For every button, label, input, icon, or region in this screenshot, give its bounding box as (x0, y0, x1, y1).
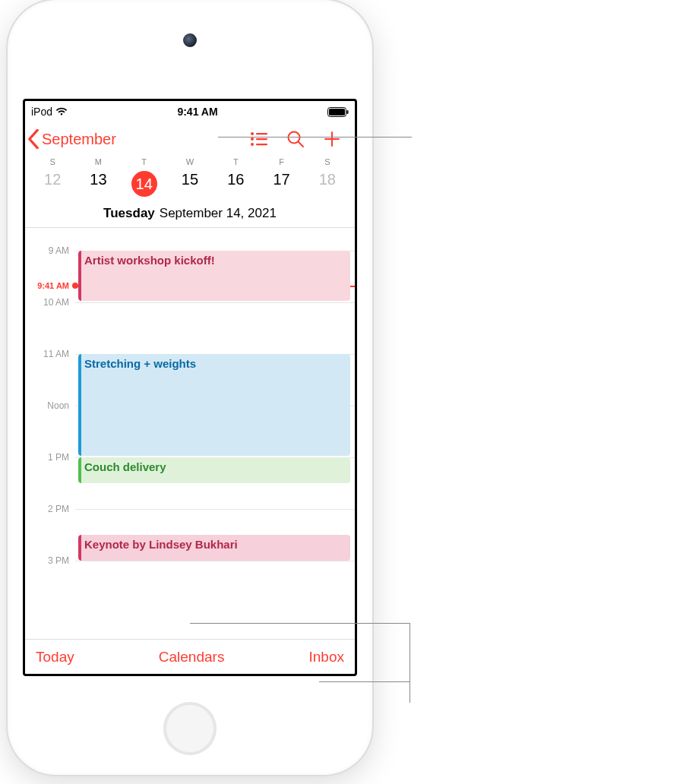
week-day[interactable]: 17 (258, 168, 304, 200)
wifi-icon (55, 107, 68, 116)
week-days: 12131415161718 (25, 166, 355, 204)
week-letter: T (213, 157, 258, 166)
date-label: TuesdaySeptember 14, 2021 (25, 204, 355, 228)
hour-label: Noon (25, 400, 69, 411)
calendar-event[interactable]: Stretching + weights (78, 354, 350, 456)
today-button[interactable]: Today (36, 649, 74, 665)
status-time: 9:41 AM (177, 106, 217, 118)
nav-bar: September (25, 122, 355, 156)
week-day[interactable]: 16 (213, 168, 258, 200)
back-label: September (42, 131, 116, 148)
svg-point-5 (251, 138, 254, 141)
week-letter: S (30, 157, 75, 166)
calendar-event[interactable]: Keynote by Lindsey Bukhari (78, 535, 350, 561)
calendar-event[interactable]: Artist workshop kickoff! (78, 251, 350, 301)
now-label: 9:41 AM (25, 281, 69, 290)
battery-icon (327, 107, 349, 117)
inbox-button[interactable]: Inbox (309, 649, 344, 665)
svg-rect-4 (256, 133, 267, 134)
hour-label: 11 AM (25, 349, 69, 359)
back-button[interactable]: September (27, 129, 116, 149)
screen: iPod 9:41 AM September (23, 99, 357, 676)
week-day[interactable]: 12 (30, 168, 75, 200)
week-day[interactable]: 13 (75, 168, 121, 200)
event-title: Keynote by Lindsey Bukhari (84, 538, 238, 551)
day-timeline[interactable]: 9 AM10 AM11 AMNoon1 PM2 PM3 PM9:41 AMArt… (25, 228, 355, 639)
date-full: September 14, 2021 (160, 206, 277, 220)
home-button[interactable] (163, 702, 217, 755)
device-frame: iPod 9:41 AM September (8, 0, 372, 775)
add-event-button[interactable] (314, 122, 350, 156)
svg-rect-1 (329, 109, 345, 115)
hour-label: 9 AM (25, 245, 69, 256)
week-day[interactable]: 18 (305, 168, 350, 200)
svg-point-9 (289, 132, 300, 144)
week-letter: T (122, 157, 167, 166)
week-day[interactable]: 15 (167, 168, 213, 200)
view-list-button[interactable] (241, 122, 277, 156)
svg-rect-8 (256, 144, 267, 145)
week-day[interactable]: 14 (122, 168, 167, 200)
week-letter: S (305, 157, 350, 166)
search-icon (286, 130, 305, 148)
hour-label: 3 PM (25, 555, 69, 566)
event-title: Stretching + weights (84, 357, 196, 370)
svg-point-3 (251, 132, 254, 135)
event-title: Artist workshop kickoff! (84, 254, 215, 267)
svg-rect-2 (346, 110, 348, 114)
week-letter: W (167, 157, 213, 166)
svg-line-10 (299, 142, 303, 147)
hour-line (75, 302, 355, 303)
search-button[interactable] (277, 122, 314, 156)
device-camera (183, 33, 197, 47)
svg-point-7 (251, 143, 254, 146)
hour-label: 1 PM (25, 452, 69, 463)
status-carrier: iPod (31, 106, 52, 118)
week-letter: M (75, 157, 121, 166)
chevron-left-icon (27, 129, 40, 149)
hour-line (75, 509, 355, 510)
plus-icon (323, 130, 341, 148)
status-bar: iPod 9:41 AM (25, 101, 355, 122)
list-icon (250, 131, 268, 147)
event-title: Couch delivery (84, 460, 166, 473)
calendar-event[interactable]: Couch delivery (78, 457, 350, 483)
week-letters: SMTWTFS (25, 156, 355, 166)
svg-rect-6 (256, 138, 267, 140)
hour-line (75, 561, 355, 561)
calendars-button[interactable]: Calendars (159, 649, 225, 665)
bottom-toolbar: Today Calendars Inbox (25, 639, 355, 674)
hour-label: 2 PM (25, 504, 69, 514)
week-letter: F (258, 157, 304, 166)
date-weekday: Tuesday (103, 206, 155, 220)
hour-label: 10 AM (25, 297, 69, 308)
now-dot (72, 283, 78, 289)
